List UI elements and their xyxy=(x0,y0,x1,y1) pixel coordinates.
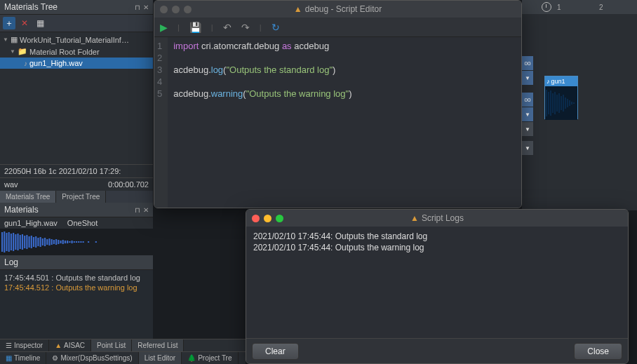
add-item-icon[interactable]: ＋ xyxy=(3,17,15,29)
bottom-tabs: ☰Inspector ▲AISAC Point List Referred Li… xyxy=(0,339,246,364)
svg-rect-42 xyxy=(552,93,554,113)
tree-icon: 🌲 xyxy=(187,354,196,362)
svg-rect-2 xyxy=(6,233,7,251)
tab-inspector[interactable]: ☰Inspector xyxy=(0,339,49,351)
list-icon: ☰ xyxy=(6,342,12,349)
tab-timeline[interactable]: ▦Timeline xyxy=(0,352,46,364)
titlebar[interactable]: ▲debug - Script Editor xyxy=(154,1,521,18)
save-icon[interactable]: 💾 xyxy=(189,22,201,33)
code-editor[interactable]: 1 2 3 4 5 import cri.atomcraft.debug as … xyxy=(154,37,521,208)
svg-rect-9 xyxy=(22,234,23,250)
track-value-button[interactable]: 00 xyxy=(522,56,533,70)
svg-rect-45 xyxy=(558,93,560,113)
track-dropdown[interactable]: ▼ xyxy=(522,107,533,121)
audio-clip[interactable]: ♪gun1 xyxy=(544,76,578,119)
waveform-preview xyxy=(0,229,153,255)
timeline-ruler[interactable]: 1 2 xyxy=(522,0,637,14)
code-body[interactable]: import cri.atomcraft.debug as acdebug ac… xyxy=(168,37,521,208)
tab-mixer[interactable]: ⚙Mixer(DspBusSettings) xyxy=(46,352,138,364)
tab-materials-tree[interactable]: Materials Tree xyxy=(0,191,56,203)
svg-rect-4 xyxy=(11,234,12,250)
aisac-icon: ▲ xyxy=(55,342,62,349)
tree-workunit[interactable]: ▼ ▦ WorkUnit_Tutorial_MaterialInf… xyxy=(0,34,153,46)
tab-list-editor[interactable]: List Editor xyxy=(139,352,182,364)
menu-icon[interactable]: ▦ xyxy=(34,17,46,29)
svg-rect-32 xyxy=(74,241,75,243)
track-dropdown[interactable]: ▼ xyxy=(522,141,533,155)
timeline-icon: ▦ xyxy=(6,354,12,362)
window-maximize-button[interactable] xyxy=(276,215,283,222)
svg-rect-19 xyxy=(44,238,46,246)
delete-item-icon[interactable]: ✕ xyxy=(18,17,31,29)
tab-project-tree[interactable]: Project Tree xyxy=(56,191,106,203)
window-close-button[interactable] xyxy=(252,215,260,222)
tab-project-tree-bottom[interactable]: 🌲Project Tre xyxy=(182,352,238,364)
close-icon[interactable]: ✕ xyxy=(143,206,149,214)
pin-icon[interactable]: ⊓ xyxy=(135,206,140,214)
refresh-icon[interactable]: ↻ xyxy=(271,22,280,33)
clock-icon xyxy=(542,2,551,12)
close-icon[interactable]: ✕ xyxy=(143,4,149,11)
editor-toolbar: ▶ | 💾 | ↶ ↷ | ↻ xyxy=(154,18,521,37)
svg-rect-25 xyxy=(58,240,59,244)
svg-rect-34 xyxy=(78,241,79,243)
svg-rect-31 xyxy=(72,241,73,243)
logs-body: 2021/02/10 17:45:44: Outputs the standar… xyxy=(246,227,628,338)
pin-icon[interactable]: ⊓ xyxy=(135,4,140,11)
undo-icon[interactable]: ↶ xyxy=(223,22,232,33)
track-dropdown[interactable]: ▼ xyxy=(522,71,533,85)
close-button[interactable]: Close xyxy=(574,343,622,360)
svg-rect-10 xyxy=(24,236,25,248)
app-icon: ▲ xyxy=(410,213,419,223)
tree-file-gun1[interactable]: ♪ gun1_High.wav xyxy=(0,58,153,69)
svg-rect-0 xyxy=(1,232,3,252)
svg-rect-8 xyxy=(20,235,21,249)
window-minimize-button[interactable] xyxy=(264,215,271,222)
run-icon[interactable]: ▶ xyxy=(160,22,168,33)
log-entry: 2021/02/10 17:45:44: Outputs the warning… xyxy=(253,242,621,253)
tree-root-folder[interactable]: ▼ 📁 Material Root Folder xyxy=(0,46,153,58)
svg-rect-28 xyxy=(65,241,66,243)
tree-toolbar: ＋ ✕ ▦ xyxy=(0,15,153,32)
svg-rect-14 xyxy=(33,237,34,247)
clear-button[interactable]: Clear xyxy=(252,343,299,360)
svg-rect-29 xyxy=(67,241,68,243)
svg-rect-7 xyxy=(17,234,18,250)
svg-rect-27 xyxy=(62,240,64,244)
svg-rect-36 xyxy=(83,241,84,243)
svg-rect-21 xyxy=(48,238,50,245)
svg-rect-46 xyxy=(561,96,562,110)
track-dropdown[interactable]: ▼ xyxy=(522,122,533,136)
window-minimize-button[interactable] xyxy=(172,6,180,13)
panel-title: Materials Tree xyxy=(4,2,58,12)
tab-aisac[interactable]: ▲AISAC xyxy=(49,339,91,351)
redo-icon[interactable]: ↷ xyxy=(241,22,250,33)
titlebar[interactable]: ▲Script Logs xyxy=(246,210,628,227)
svg-rect-5 xyxy=(13,233,14,251)
log-entry: 2021/02/10 17:45:44: Outputs the standar… xyxy=(253,231,621,242)
status-bar: 22050H 16b 1c 2021/02/10 17:29: xyxy=(0,164,153,177)
svg-rect-11 xyxy=(26,235,27,249)
svg-rect-40 xyxy=(548,92,549,114)
folder-icon: 📁 xyxy=(18,47,27,56)
track-value-button[interactable]: 00 xyxy=(522,93,533,107)
script-logs-window: ▲Script Logs 2021/02/10 17:45:44: Output… xyxy=(246,209,629,364)
materials-info: gun1_High.wav OneShot xyxy=(0,217,153,229)
audio-file-icon: ♪ xyxy=(547,78,550,85)
window-maximize-button[interactable] xyxy=(184,6,192,13)
svg-rect-47 xyxy=(563,95,564,112)
chevron-down-icon: ▼ xyxy=(10,48,15,55)
svg-rect-33 xyxy=(76,241,77,243)
window-close-button[interactable] xyxy=(160,6,168,13)
svg-rect-17 xyxy=(40,237,41,247)
timeline-area: 1 2 00 ▼ 00 ▼ ▼ ▼ ♪gun1 xyxy=(522,0,637,210)
tab-referred-list[interactable]: Referred List xyxy=(132,339,184,351)
svg-rect-39 xyxy=(546,90,547,116)
panel-title: Materials xyxy=(4,205,39,215)
log-header: Log xyxy=(0,255,153,270)
svg-rect-50 xyxy=(569,100,570,106)
audio-file-icon: ♪ xyxy=(24,60,27,67)
log-entry-warning: 17:45:44.512 : Outputs the warning log xyxy=(4,283,149,292)
svg-rect-6 xyxy=(15,234,16,250)
tab-point-list[interactable]: Point List xyxy=(91,339,132,351)
